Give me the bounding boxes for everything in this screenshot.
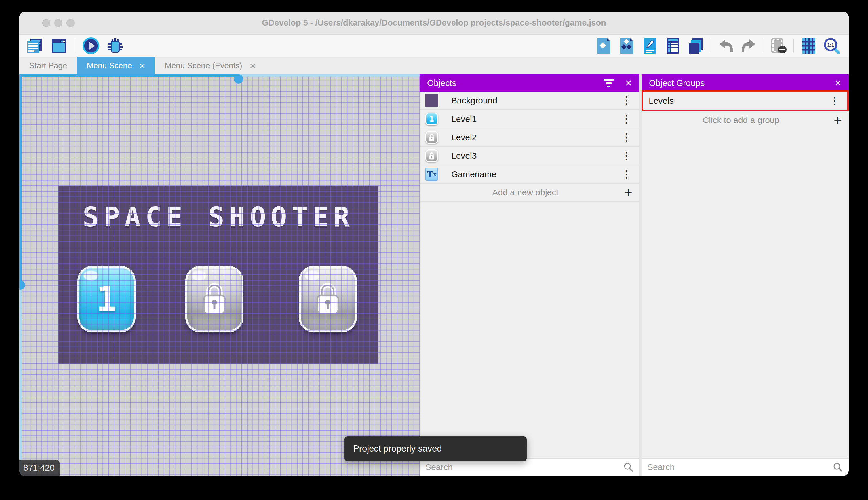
maximize-window-button[interactable] <box>67 19 74 27</box>
objects-panel-title: Objects <box>427 78 456 88</box>
toolbar-divider <box>794 39 794 53</box>
cursor-coordinates: 871;420 <box>19 460 60 476</box>
scene-window-glyph <box>51 38 67 54</box>
minimize-window-button[interactable] <box>55 19 62 27</box>
search-icon <box>623 462 633 472</box>
kebab-menu-icon[interactable]: ⋮ <box>619 114 634 124</box>
undo-glyph <box>718 38 733 53</box>
level1-number: 1 <box>80 268 133 330</box>
zoom-1-1-icon[interactable]: 1:1 <box>823 37 840 54</box>
object-groups-panel-title: Object Groups <box>649 78 705 88</box>
group-row-levels-highlighted[interactable]: Levels ⋮ <box>642 90 849 111</box>
undo-icon[interactable] <box>717 37 734 54</box>
mask-glyph <box>771 37 787 54</box>
object-name: Background <box>451 95 497 105</box>
kebab-menu-icon[interactable]: ⋮ <box>827 95 842 106</box>
horizontal-scrollbar-knob[interactable] <box>234 74 243 83</box>
toolbar-divider <box>74 39 75 53</box>
title-bar: GDevelop 5 - /Users/dkarakay/Documents/G… <box>19 12 849 35</box>
add-object-button[interactable]: Add a new object + <box>420 184 639 202</box>
level3-instance[interactable] <box>299 266 357 332</box>
object-groups-empty-space <box>642 129 849 458</box>
search-icon <box>833 462 843 472</box>
tab-start-page[interactable]: Start Page <box>19 57 77 74</box>
add-group-button[interactable]: Click to add a group + <box>642 111 849 129</box>
add-group-label: Click to add a group <box>648 115 834 125</box>
scene-canvas[interactable]: SPACE SHOOTER 1 <box>19 74 420 476</box>
text-object-icon: Tx <box>425 168 438 181</box>
debug-icon[interactable] <box>107 37 124 54</box>
toolbar: 1:1 <box>19 35 849 57</box>
level1-instance[interactable]: 1 <box>78 266 136 332</box>
instances-list-icon[interactable] <box>665 37 681 54</box>
locked-button-icon <box>425 149 438 162</box>
object-row-gamename[interactable]: Tx Gamename ⋮ <box>420 165 639 184</box>
kebab-menu-icon[interactable]: ⋮ <box>619 151 634 161</box>
gdevelop-window: GDevelop 5 - /Users/dkarakay/Documents/G… <box>19 12 849 476</box>
tab-label: Menu Scene (Events) <box>165 61 242 70</box>
locked-button-icon <box>425 131 438 144</box>
properties-icon[interactable] <box>642 37 658 54</box>
lock-icon <box>428 151 435 160</box>
scene-editor-icon[interactable] <box>50 37 67 54</box>
traffic-lights <box>42 19 74 27</box>
main-area: SPACE SHOOTER 1 <box>19 74 849 476</box>
objects-search-input[interactable] <box>425 462 623 472</box>
tab-menu-scene[interactable]: Menu Scene × <box>77 57 155 74</box>
object-row-background[interactable]: Background ⋮ <box>420 92 639 110</box>
horizontal-scrollbar[interactable] <box>19 74 420 77</box>
tab-label: Menu Scene <box>86 61 132 70</box>
zoom-glyph: 1:1 <box>824 38 840 54</box>
object-groups-search-bar <box>642 458 849 476</box>
grid-icon[interactable] <box>800 37 817 54</box>
object-page-glyph <box>597 37 611 54</box>
filter-icon[interactable] <box>603 79 614 87</box>
scene-title-text[interactable]: SPACE SHOOTER <box>58 201 378 233</box>
object-row-level3[interactable]: Level3 ⋮ <box>420 147 639 165</box>
level1-button-icon: 1 <box>425 113 438 125</box>
objects-panel-header: Objects × <box>420 74 639 92</box>
close-panel-icon[interactable]: × <box>625 78 632 88</box>
scene-window-rect: SPACE SHOOTER 1 <box>58 186 378 364</box>
group-name: Levels <box>649 96 674 106</box>
add-object-label: Add a new object <box>426 188 624 197</box>
redo-icon[interactable] <box>740 37 757 54</box>
object-name: Level3 <box>451 151 477 161</box>
object-name: Level1 <box>451 114 477 124</box>
close-window-button[interactable] <box>42 19 50 27</box>
vertical-scrollbar-track <box>19 74 22 285</box>
level2-instance[interactable] <box>185 266 244 332</box>
tab-close-icon[interactable]: × <box>250 61 256 70</box>
play-icon[interactable] <box>83 37 99 54</box>
kebab-menu-icon[interactable]: ⋮ <box>619 132 634 143</box>
tab-close-icon[interactable]: × <box>140 61 145 70</box>
kebab-menu-icon[interactable]: ⋮ <box>619 95 634 106</box>
tab-menu-scene-events[interactable]: Menu Scene (Events) × <box>155 57 265 74</box>
object-groups-search-input[interactable] <box>647 462 833 472</box>
window-title: GDevelop 5 - /Users/dkarakay/Documents/G… <box>19 12 849 34</box>
vertical-scrollbar[interactable] <box>19 74 22 476</box>
object-name: Gamename <box>451 169 496 179</box>
plus-icon: + <box>834 113 842 127</box>
horizontal-scrollbar-track <box>19 74 239 77</box>
object-groups-editor-icon[interactable] <box>619 37 635 54</box>
svg-text:1:1: 1:1 <box>827 43 834 47</box>
properties-glyph <box>643 37 656 54</box>
background-swatch-icon <box>425 94 438 107</box>
kebab-menu-icon[interactable]: ⋮ <box>619 169 634 180</box>
tab-label: Start Page <box>29 61 67 70</box>
object-row-level2[interactable]: Level2 ⋮ <box>420 128 639 147</box>
toggle-instances-mask-icon[interactable] <box>771 37 787 54</box>
object-groups-panel: Object Groups × Levels ⋮ Click to add a … <box>639 74 849 476</box>
vertical-scrollbar-knob[interactable] <box>19 281 25 290</box>
objects-editor-icon[interactable] <box>596 37 612 54</box>
redo-glyph <box>741 38 756 53</box>
grid-glyph <box>801 37 816 54</box>
objects-panel-empty-space <box>420 202 639 458</box>
project-manager-icon[interactable] <box>26 37 43 54</box>
object-groups-glyph <box>620 37 634 54</box>
layers-icon[interactable] <box>688 37 704 54</box>
close-panel-icon[interactable]: × <box>835 78 841 88</box>
object-row-level1[interactable]: 1 Level1 ⋮ <box>420 110 639 128</box>
play-glyph <box>83 37 99 55</box>
